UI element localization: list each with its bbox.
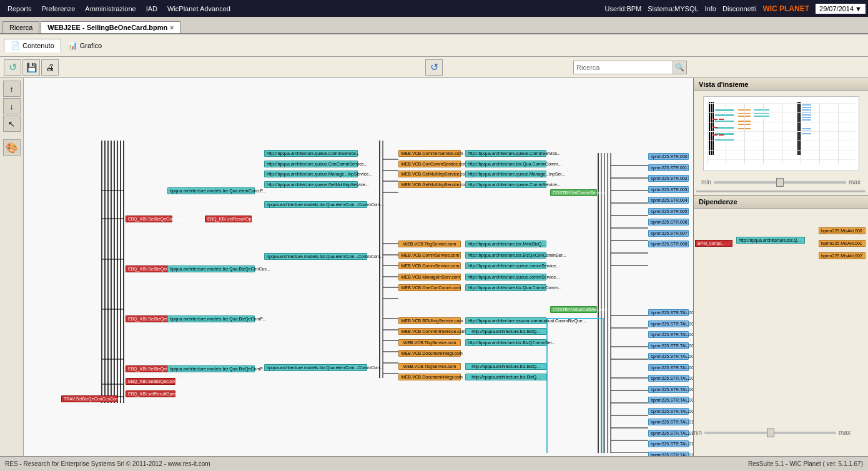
zoom-control-bottom: min max [694, 424, 856, 441]
node-lb-16: bpmn225.STR.TAL.006 [648, 375, 689, 382]
node-teal-12: bpqua.architecture.models.biz.Qua.BizQeC… [167, 265, 255, 272]
tab-bpmn-label: WEBJ2EE - SellingBeOneCard.bpmn [47, 24, 167, 31]
tab-close-icon[interactable]: × [170, 24, 174, 31]
node-lb-11: bpmn225.STR.TAL.001 [648, 320, 689, 327]
node-lb-14: bpmn225.STR.TAL.004 [648, 353, 689, 360]
overview-section: Vista d'insieme [694, 78, 868, 196]
contenuto-label: Contenuto [22, 42, 54, 49]
search-button[interactable]: 🔍 [673, 61, 687, 74]
node-orange-9: WEB.VCB.OneConComm.com [398, 284, 461, 291]
node-lb-21: bpmn225.STR.TAL.011 [648, 430, 689, 437]
tool-color[interactable]: 🎨 [3, 139, 21, 156]
toolbar-row: ↺ 💾 🖨 ↺ 🔍 [0, 57, 868, 78]
tab-ricerca[interactable]: Ricerca [2, 21, 39, 33]
node-lb-10: bpmn225.STR.TAL.000 [648, 309, 689, 316]
arrow-down-icon: ↓ [9, 102, 14, 111]
node-lb-19: bpmn225.STR.TAL.009 [648, 408, 689, 415]
node-orange-6: WEB.VCB.CommService.com [398, 252, 461, 259]
zoom-slider-top[interactable] [714, 181, 846, 184]
zoom-separator [696, 191, 866, 192]
node-orange-2: WEB.VCB.ConCommService.com [398, 161, 461, 167]
tool-cursor[interactable]: ↖ [3, 116, 21, 132]
diagram-canvas: bpqua.architecture.models.biz.Qua.elemCo… [24, 78, 686, 453]
node-red-6: EBQ_KBI.SelBizQeConCom... [126, 378, 175, 385]
date-text: 29/07/2014 [819, 5, 854, 12]
view-tab-contenuto[interactable]: 📄 Contenuto [4, 39, 61, 52]
zoom-slider-bottom[interactable] [704, 432, 836, 434]
toolbar-group-left: ↺ 💾 🖨 [4, 59, 59, 76]
user-info: Userid:BPM [605, 5, 642, 12]
info-link[interactable]: Info [705, 5, 716, 12]
top-menu-bar: Reports Preferenze Amministrazione IAD W… [0, 0, 868, 17]
date-dropdown-icon[interactable]: ▼ [855, 5, 862, 12]
node-orange-8: WEB.VCB.ManageInServ.com [398, 274, 461, 280]
node-teal-7: http://bpqua.architecture.queue.CommServ… [465, 150, 546, 157]
system-info: Sistema:MYSQL [648, 5, 698, 12]
node-teal-17: http://bpqua.architecture.biz.Qua.CommCo… [465, 284, 546, 291]
dep-red-1: BPM_compl... [695, 240, 732, 247]
menu-preferenze[interactable]: Preferenze [37, 2, 81, 15]
zoom-control-top: min max [696, 174, 866, 191]
node-teal-16: http://bpqua.architecture.queue.commServ… [465, 274, 546, 280]
node-lb-5: bpmn225.STR.004 [648, 197, 689, 204]
tab-ricerca-label: Ricerca [9, 24, 32, 31]
print-icon: 🖨 [46, 62, 54, 72]
node-lb-2: bpmn225.STR.001 [648, 164, 689, 171]
node-lb-1: bpmn225.STR.000 [648, 153, 689, 160]
node-lb-12: bpmn225.STR.TAL.002 [648, 331, 689, 338]
menu-wicplanet[interactable]: WicPlanet Advanced [162, 2, 235, 15]
zoom-min-label: min [701, 179, 711, 186]
node-teal-22: bpqua.architecture.models.biz.Qua.elemCo… [264, 364, 367, 371]
svg-rect-45 [547, 319, 603, 453]
node-lb-9: bpmn225.STR.008 [648, 240, 689, 247]
dep-title: Dipendenze [699, 198, 737, 206]
node-teal-24: http://bpqua.architecture.biz.BizQ... [465, 363, 546, 370]
tool-arrow-down[interactable]: ↓ [3, 98, 21, 114]
node-teal-23: bpqua.architecture.models.biz.Qua.BizQeC… [167, 365, 255, 372]
node-green-2: COSTBY.ValueCallMes.com [550, 306, 597, 313]
minimap[interactable] [703, 96, 859, 171]
node-lb-7: bpmn225.STR.006 [648, 219, 689, 226]
node-orange-4: WEB.VCB.GetMultiInpService.com [398, 181, 461, 188]
node-orange-12: WEB.VCB.TbgService.com [398, 339, 461, 346]
node-teal-8: http://bpqua.architecture.biz.Qua.CommCo… [465, 161, 546, 167]
node-teal-25: http://bpqua.architecture.biz.BizQ... [465, 374, 546, 380]
node-teal-11: bpqua.architecture.models.biz.Qua.elemCo… [264, 253, 367, 260]
dep-orange-3: bpmn225.MisAkt.002 [819, 252, 866, 259]
refresh-button[interactable]: ↺ [4, 59, 21, 76]
overview-header: Vista d'insieme [694, 78, 868, 91]
print-button[interactable]: 🖨 [41, 59, 59, 76]
menu-iad[interactable]: IAD [141, 2, 162, 15]
node-red-1: EBQ_KBI.SelBizQeConCom... [126, 216, 172, 222]
menu-reports[interactable]: Reports [2, 2, 37, 15]
dep-orange-1: bpmn225.MisAkt.000 [819, 227, 866, 234]
zoom-thumb-top[interactable] [776, 178, 784, 187]
node-orange-3: WEB.VCB.GetMultiInpService.com [398, 171, 461, 177]
node-teal-6: bpqua.architecture.models.biz.Qua.elemCo… [264, 201, 367, 208]
node-teal-9: http://bpqua.architecture.queue.Manage..… [465, 171, 546, 177]
node-orange-14: WEB.VCB.TbgService.com [398, 363, 461, 370]
tool-arrow-up[interactable]: ↑ [3, 81, 21, 97]
view-tab-grafico[interactable]: 📊 Grafico [61, 39, 109, 52]
dep-teal-1: http://bpqua.architecture.biz.Q... [736, 237, 805, 244]
menu-amministrazione[interactable]: Amministrazione [80, 2, 141, 15]
tab-bpmn[interactable]: WEBJ2EE - SellingBeOneCard.bpmn × [41, 21, 180, 33]
zoom-max-label-2: max [839, 429, 851, 436]
save-button[interactable]: 💾 [22, 59, 40, 76]
disconnect-link[interactable]: Disconnetti [723, 5, 756, 12]
node-red-7: EBQ_KBI.setResultOper.P... [126, 390, 175, 397]
center-reload-btn[interactable]: ↺ [425, 59, 443, 76]
version-text: ResSuite 5.1 - WIC Planet ( ver. 5.1.1.6… [748, 460, 863, 467]
grafico-icon: 📊 [68, 41, 77, 50]
zoom-max-label: max [849, 179, 861, 186]
main-toolbar: 📄 Contenuto 📊 Grafico [0, 34, 868, 57]
copyright-text: RES - Research for Enterprise Systems Sr… [5, 460, 210, 467]
search-input[interactable] [573, 61, 673, 74]
node-orange-11: WEB.VCB.CommIntrService.com [398, 328, 461, 335]
node-orange-13: WEB.VCB.DocumentIntegr.com [398, 350, 461, 357]
node-green-1: COSTBY.ValCommSer.com [550, 189, 597, 196]
status-bar: RES - Research for Enterprise Systems Sr… [0, 456, 868, 471]
zoom-thumb-bottom[interactable] [767, 429, 774, 437]
canvas-scroll[interactable]: bpqua.architecture.models.biz.Qua.elemCo… [24, 78, 693, 456]
diagram-canvas-area[interactable]: bpqua.architecture.models.biz.Qua.elemCo… [24, 78, 693, 456]
